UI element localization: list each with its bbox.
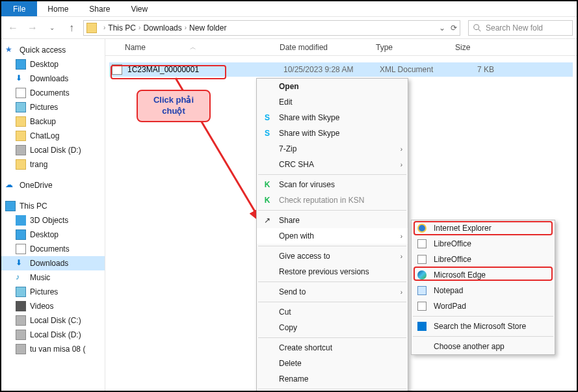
folder-icon — [16, 116, 26, 127]
menu-reputation: KCheck reputation in KSN — [257, 192, 408, 208]
menu-restore[interactable]: Restore previous versions — [257, 264, 408, 280]
col-date[interactable]: Date modified — [280, 43, 328, 52]
ow-choose[interactable]: Choose another app — [412, 339, 555, 354]
libreoffice-icon — [417, 239, 427, 248]
pictures-icon — [16, 102, 26, 112]
share-icon: ↗ — [262, 215, 272, 226]
nav-desktop[interactable]: Desktop — [1, 57, 105, 72]
col-type[interactable]: Type — [376, 43, 393, 52]
edge-icon — [417, 270, 427, 280]
search-icon — [473, 23, 482, 33]
ribbon-file[interactable]: File — [1, 1, 37, 16]
menu-open-with[interactable]: Open with› — [257, 228, 408, 244]
notepad-icon — [417, 286, 427, 295]
ow-ie[interactable]: Internet Explorer — [412, 220, 555, 236]
nav-backup[interactable]: Backup — [1, 114, 105, 129]
menu-skype1[interactable]: SShare with Skype — [257, 110, 408, 125]
nav-back-icon[interactable]: ← — [5, 20, 21, 36]
nav-downloads[interactable]: ⬇Downloads — [1, 72, 105, 86]
breadcrumb-downloads[interactable]: Downloads — [143, 23, 181, 33]
chevron-right-icon: › — [401, 233, 402, 240]
ow-edge[interactable]: Microsoft Edge — [412, 267, 555, 283]
col-size[interactable]: Size — [455, 43, 470, 52]
menu-share[interactable]: ↗Share — [257, 213, 408, 228]
menu-crc[interactable]: CRC SHA› — [257, 157, 408, 172]
drive-icon — [16, 315, 26, 326]
nav-up-icon[interactable]: ↑ — [64, 20, 79, 36]
chevron-right-icon: › — [401, 146, 402, 153]
dropdown-icon[interactable]: ⌄ — [439, 23, 445, 33]
ow-libre1[interactable]: LibreOffice — [412, 236, 555, 252]
menu-copy[interactable]: Copy — [257, 320, 408, 335]
nav-downloads2[interactable]: ⬇Downloads — [1, 256, 105, 270]
nav-3d-objects[interactable]: 3D Objects — [1, 213, 105, 228]
menu-scan[interactable]: KScan for viruses — [257, 177, 408, 192]
download-icon: ⬇ — [16, 73, 26, 84]
download-icon: ⬇ — [16, 258, 26, 268]
nav-history-icon[interactable]: ⌄ — [44, 20, 60, 36]
svg-point-0 — [474, 24, 479, 29]
nav-pictures[interactable]: Pictures — [1, 100, 105, 114]
nav-desktop2[interactable]: Desktop — [1, 228, 105, 242]
skype-icon: S — [262, 112, 272, 123]
xml-file-icon — [112, 64, 122, 75]
nav-music[interactable]: ♪Music — [1, 270, 105, 285]
nav-pictures2[interactable]: Pictures — [1, 285, 105, 299]
search-input[interactable]: Search New fold — [468, 20, 573, 36]
ribbon-view[interactable]: View — [120, 1, 158, 16]
nav-local-d2[interactable]: Local Disk (D:) — [1, 328, 105, 342]
nav-pane: ★Quick access Desktop ⬇Downloads Documen… — [1, 39, 105, 391]
documents-icon — [16, 244, 26, 254]
chevron-right-icon[interactable]: › — [136, 24, 143, 31]
documents-icon — [16, 88, 26, 98]
col-name[interactable]: Name — [125, 43, 146, 52]
nav-videos[interactable]: Videos — [1, 299, 105, 313]
ribbon-home[interactable]: Home — [37, 1, 79, 16]
nav-local-d[interactable]: Local Disk (D:) — [1, 143, 105, 157]
menu-edit[interactable]: Edit — [257, 94, 408, 110]
nav-thispc[interactable]: This PC — [1, 199, 105, 213]
ow-store[interactable]: Search the Microsoft Store — [412, 319, 555, 334]
menu-send-to[interactable]: Send to› — [257, 284, 408, 300]
ow-libre2[interactable]: LibreOffice — [412, 252, 555, 267]
file-row[interactable]: 1C23MAI_00000001 10/25/2023 9:28 AM XML … — [109, 62, 573, 77]
address-bar[interactable]: › This PC › Downloads › New folder ⌄ ⟳ — [83, 20, 460, 36]
menu-delete[interactable]: Delete — [257, 356, 408, 371]
menu-rename[interactable]: Rename — [257, 371, 408, 387]
drive-icon — [16, 344, 26, 354]
nav-local-c[interactable]: Local Disk (C:) — [1, 313, 105, 328]
menu-skype2[interactable]: SShare with Skype — [257, 125, 408, 141]
libreoffice-icon — [417, 255, 427, 264]
ow-notepad[interactable]: Notepad — [412, 283, 555, 298]
chevron-right-icon: › — [401, 161, 402, 168]
pictures-icon — [16, 287, 26, 297]
music-icon: ♪ — [16, 272, 26, 283]
nav-documents[interactable]: Documents — [1, 86, 105, 100]
breadcrumb-newfolder[interactable]: New folder — [189, 23, 226, 33]
sort-icon[interactable]: ︿ — [190, 43, 196, 52]
nav-trang[interactable]: trang — [1, 157, 105, 172]
chevron-right-icon[interactable]: › — [101, 24, 108, 31]
nav-forward-icon[interactable]: → — [25, 20, 40, 36]
ow-wordpad[interactable]: WordPad — [412, 298, 555, 314]
chevron-right-icon[interactable]: › — [182, 24, 189, 31]
nav-chatlog[interactable]: ChatLog — [1, 129, 105, 143]
nav-tuvan[interactable]: tu van misa 08 ( — [1, 342, 105, 356]
menu-give-access[interactable]: Give access to› — [257, 248, 408, 264]
ribbon-share[interactable]: Share — [79, 1, 120, 16]
store-icon — [417, 322, 427, 331]
nav-onedrive[interactable]: ☁OneDrive — [1, 178, 105, 192]
refresh-icon[interactable]: ⟳ — [451, 23, 457, 33]
nav-documents2[interactable]: Documents — [1, 242, 105, 256]
folder-icon — [16, 131, 26, 141]
onedrive-icon: ☁ — [5, 180, 16, 190]
svg-line-1 — [479, 29, 481, 31]
chevron-right-icon: › — [401, 289, 402, 296]
menu-create-shortcut[interactable]: Create shortcut — [257, 340, 408, 356]
menu-7zip[interactable]: 7-Zip› — [257, 141, 408, 157]
nav-quick-access[interactable]: ★Quick access — [1, 43, 105, 57]
drive-icon — [16, 145, 26, 155]
menu-open[interactable]: Open — [257, 79, 408, 94]
breadcrumb-root[interactable]: This PC — [108, 23, 136, 33]
menu-cut[interactable]: Cut — [257, 304, 408, 320]
